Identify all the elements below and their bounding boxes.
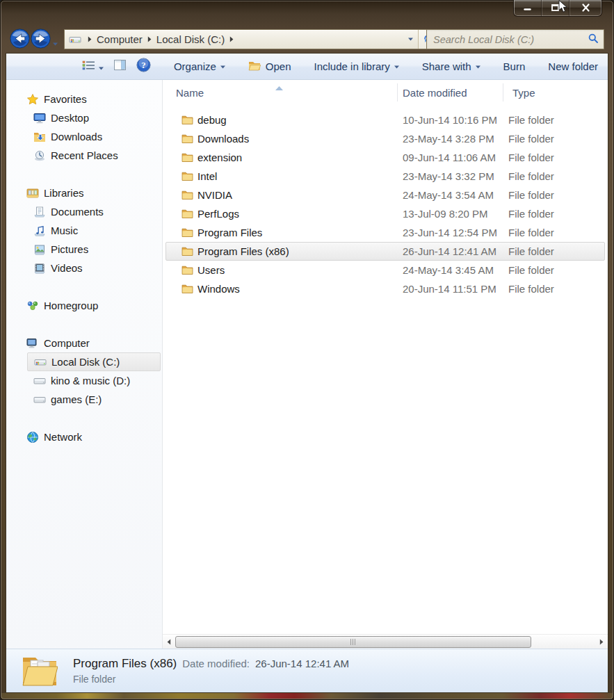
folder-icon [181,171,193,181]
scroll-right-button[interactable] [595,635,608,649]
file-row[interactable]: Intel 23-May-14 3:32 PM File folder [165,167,605,186]
file-row[interactable]: Downloads 23-May-14 3:28 PM File folder [165,129,605,148]
file-name: Program Files (x86) [197,245,403,257]
file-row[interactable]: debug 10-Jun-14 10:16 PM File folder [165,111,605,129]
horizontal-scrollbar[interactable] [163,634,608,649]
column-divider[interactable] [397,83,398,101]
toolbar-button-label: Organize [174,60,216,72]
sidebar-item-label: Music [51,225,78,236]
column-header-name[interactable]: Name [176,87,403,99]
explorer-content: ? Organize Open Include in library [6,53,608,693]
address-dropdown-caret-icon[interactable] [403,30,418,49]
sidebar-item[interactable]: games (E:) [27,390,161,409]
sidebar-item-label: Homegroup [44,300,98,311]
views-caret-icon[interactable] [99,60,104,73]
file-row[interactable]: NVIDIA 24-May-14 3:54 AM File folder [165,186,605,204]
scrollbar-thumb[interactable] [175,636,531,648]
sidebar-item[interactable]: Pictures [27,240,161,259]
sidebar-item[interactable]: Music [27,221,161,240]
file-row[interactable]: Program Files 23-Jun-14 12:54 PM File fo… [165,223,605,242]
preview-pane-button[interactable] [114,60,126,73]
address-bar[interactable]: Computer Local Disk (C:) [64,29,438,49]
folder-icon [181,246,193,257]
maximize-button[interactable] [542,0,569,16]
details-date-value: 26-Jun-14 12:41 AM [255,658,349,669]
sidebar-item[interactable]: Videos [27,259,161,277]
scroll-left-button[interactable] [163,635,175,649]
sidebar-item[interactable]: Favorites [20,90,161,108]
file-name: Users [197,264,403,276]
recent-pages-caret-icon[interactable] [53,36,58,49]
sidebar-item[interactable]: Desktop [27,108,161,127]
details-file-name: Program Files (x86) [73,657,177,671]
toolbar-button[interactable]: Share with [422,60,480,72]
file-type: File folder [508,189,605,201]
sidebar-item[interactable]: Documents [27,202,161,221]
sidebar-item-label: Pictures [51,243,88,255]
dropdown-caret-icon [220,64,225,69]
close-button[interactable] [569,0,601,16]
column-header-date-modified[interactable]: Date modified [403,87,512,99]
drive-icon [69,35,81,44]
documents-icon [33,206,46,218]
sidebar-item[interactable]: Homegroup [20,296,161,315]
sidebar-item-label: Computer [44,337,90,349]
sidebar-item[interactable]: Computer [20,334,161,352]
help-button[interactable]: ? [136,58,151,75]
computer-icon [26,337,39,350]
sidebar-item-label: kino & music (D:) [51,375,130,386]
breadcrumb-item-computer[interactable]: Computer [95,33,144,45]
sidebar-item[interactable]: kino & music (D:) [27,371,161,390]
minimize-button[interactable] [514,0,542,16]
desktop-icon [33,112,46,124]
search-box [426,29,604,49]
file-list: debug 10-Jun-14 10:16 PM File folder Dow… [163,105,608,649]
sidebar-item-label: Documents [51,206,104,218]
file-name: Intel [197,170,403,182]
sidebar-item[interactable]: Local Disk (C:) [27,352,161,371]
sidebar-item-label: Desktop [51,112,89,124]
local-disk-icon [33,356,47,368]
file-type: File folder [508,208,605,220]
file-row[interactable]: Users 24-May-14 3:45 AM File folder [165,261,605,279]
sidebar-item[interactable]: Recent Places [27,146,161,165]
breadcrumb-arrow-icon[interactable] [229,36,234,42]
file-type: File folder [508,114,605,126]
file-name: Downloads [197,133,403,145]
forward-button[interactable] [31,29,51,49]
toolbar-button[interactable]: New folder [548,60,598,72]
back-button[interactable] [10,29,30,49]
details-date-label: Date modified: [182,658,250,669]
toolbar-button[interactable]: Open [248,60,291,73]
column-header-type[interactable]: Type [512,87,608,99]
sidebar-item-label: Local Disk (C:) [51,356,120,368]
file-date-modified: 23-Jun-14 12:54 PM [403,227,508,238]
open-folder-icon [248,60,261,73]
breadcrumb-arrow-icon[interactable] [147,36,152,42]
file-list-pane: Name Date modified Type debug 10-Jun-14 … [163,80,608,649]
search-icon[interactable] [588,33,599,47]
change-view-button[interactable] [82,60,104,73]
file-row[interactable]: Program Files (x86) 26-Jun-14 12:41 AM F… [165,242,605,261]
file-row[interactable]: extension 09-Jun-14 11:06 AM File folder [165,148,605,167]
column-divider[interactable] [503,83,503,101]
search-input[interactable] [432,33,588,46]
breadcrumb-item-local-disk[interactable]: Local Disk (C:) [155,33,226,45]
scrollbar-track[interactable] [175,635,595,648]
toolbar-button[interactable]: Organize [174,60,225,72]
file-row[interactable]: PerfLogs 13-Jul-09 8:20 PM File folder [165,204,605,223]
toolbar-button[interactable]: Burn [503,60,526,72]
sidebar-item[interactable]: Network [20,428,161,446]
file-date-modified: 10-Jun-14 10:16 PM [403,114,508,126]
favorites-star-icon [26,93,39,106]
file-row[interactable]: Windows 20-Jun-14 11:51 PM File folder [165,279,605,298]
sidebar-item[interactable]: Libraries [20,184,161,202]
sidebar-item-label: Videos [51,262,83,274]
toolbar-button[interactable]: Include in library [314,60,399,72]
file-type: File folder [508,245,604,257]
file-name: extension [197,152,403,163]
file-type: File folder [508,133,605,145]
sidebar-item[interactable]: Downloads [27,127,161,146]
folder-icon [181,190,193,200]
breadcrumb-arrow-icon[interactable] [88,36,92,42]
